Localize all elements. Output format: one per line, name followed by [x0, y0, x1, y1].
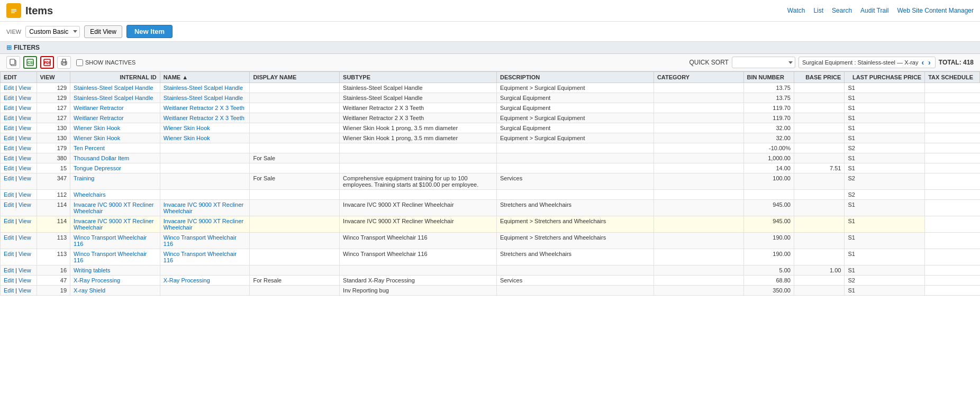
view-link[interactable]: View	[19, 105, 31, 111]
edit-link[interactable]: Edit	[4, 251, 14, 257]
view-link[interactable]: View	[19, 191, 31, 198]
name-link[interactable]: Wiener Skin Hook	[74, 125, 120, 131]
display-name-link[interactable]: Wiener Skin Hook	[164, 125, 210, 131]
pdf-icon-btn[interactable]: PDF	[40, 56, 54, 69]
cell-internal-id: 19	[37, 286, 70, 296]
print-icon-btn[interactable]	[57, 56, 71, 69]
view-link[interactable]: View	[19, 277, 31, 283]
edit-link[interactable]: Edit	[4, 175, 14, 181]
new-item-button[interactable]: New Item	[126, 25, 173, 38]
view-link[interactable]: View	[19, 234, 31, 241]
edit-link[interactable]: Edit	[4, 277, 14, 283]
cell-subtype	[250, 103, 340, 113]
display-name-link[interactable]: Winco Transport Wheelchair 116	[164, 234, 237, 247]
view-link[interactable]: View	[19, 125, 31, 131]
edit-link[interactable]: Edit	[4, 125, 14, 131]
cell-subtype	[250, 265, 340, 276]
name-link[interactable]: Stainless-Steel Scalpel Handle	[74, 95, 153, 101]
edit-link[interactable]: Edit	[4, 115, 14, 121]
edit-link[interactable]: Edit	[4, 135, 14, 141]
display-name-link[interactable]: Stainless-Steel Scalpel Handle	[164, 95, 243, 101]
breadcrumb-next-btn[interactable]: ›	[927, 58, 932, 67]
cell-base-price: 100.00	[743, 173, 794, 190]
display-name-link[interactable]: Winco Transport Wheelchair 116	[164, 251, 237, 263]
display-name-link[interactable]: Wiener Skin Hook	[164, 135, 210, 141]
csv-icon-btn[interactable]: CSV	[23, 56, 37, 69]
quick-sort-select[interactable]	[732, 57, 795, 68]
edit-link[interactable]: Edit	[4, 145, 14, 151]
cell-bin-number	[654, 276, 743, 286]
name-link[interactable]: X-Ray Processing	[74, 277, 120, 283]
cell-edit: Edit | View	[1, 143, 37, 153]
col-header-view: VIEW	[37, 72, 70, 83]
name-link[interactable]: Winco Transport Wheelchair 116	[74, 234, 147, 247]
view-label: VIEW	[6, 29, 21, 35]
edit-link[interactable]: Edit	[4, 287, 14, 294]
display-name-link[interactable]: Weitlaner Retractor 2 X 3 Teeth	[164, 115, 244, 121]
cell-name: X-ray Shield	[70, 286, 160, 296]
display-name-link[interactable]: Weitlaner Retractor 2 X 3 Teeth	[164, 105, 244, 111]
show-inactives-checkbox[interactable]	[76, 59, 83, 66]
view-link[interactable]: View	[19, 95, 31, 101]
cell-tax-schedule: S2	[845, 276, 925, 286]
view-link[interactable]: View	[19, 135, 31, 141]
name-link[interactable]: Invacare IVC 9000 XT Recliner Wheelchair	[74, 218, 153, 231]
name-link[interactable]: Thousand Dollar Item	[74, 155, 129, 161]
view-link[interactable]: View	[19, 218, 31, 224]
edit-link[interactable]: Edit	[4, 155, 14, 161]
name-link[interactable]: Wiener Skin Hook	[74, 135, 120, 141]
view-link[interactable]: View	[19, 145, 31, 151]
name-link[interactable]: Writing tablets	[74, 267, 111, 273]
name-link[interactable]: Training	[74, 175, 94, 181]
view-link[interactable]: View	[19, 115, 31, 121]
name-link[interactable]: Winco Transport Wheelchair 116	[74, 251, 147, 263]
name-link[interactable]: X-ray Shield	[74, 287, 105, 294]
edit-link[interactable]: Edit	[4, 165, 14, 171]
cell-base-price: 5.00	[743, 265, 794, 276]
cell-edit: Edit | View	[1, 249, 37, 265]
edit-link[interactable]: Edit	[4, 191, 14, 198]
view-link[interactable]: View	[19, 85, 31, 91]
cell-base-price: 32.00	[743, 133, 794, 143]
nav-search[interactable]: Search	[832, 7, 852, 14]
edit-link[interactable]: Edit	[4, 95, 14, 101]
display-name-link[interactable]: Invacare IVC 9000 XT Recliner Wheelchair	[164, 202, 243, 214]
cell-display-name: Winco Transport Wheelchair 116	[160, 233, 250, 249]
quick-sort-label: QUICK SORT	[689, 59, 728, 66]
nav-watch[interactable]: Watch	[787, 7, 805, 14]
name-link[interactable]: Tongue Depressor	[74, 165, 121, 171]
edit-link[interactable]: Edit	[4, 218, 14, 224]
display-name-link[interactable]: X-Ray Processing	[164, 277, 210, 283]
table-row: Edit | View127Weitlaner RetractorWeitlan…	[1, 103, 980, 113]
copy-icon-btn[interactable]	[6, 56, 20, 69]
nav-audit-trail[interactable]: Audit Trail	[860, 7, 888, 14]
view-link[interactable]: View	[19, 165, 31, 171]
view-select[interactable]: Custom Basic	[25, 26, 80, 38]
edit-view-button[interactable]: Edit View	[84, 25, 122, 38]
cell-last-purchase-price	[794, 143, 844, 153]
view-link[interactable]: View	[19, 202, 31, 208]
view-link[interactable]: View	[19, 155, 31, 161]
cell-display-name	[160, 163, 250, 173]
edit-link[interactable]: Edit	[4, 105, 14, 111]
view-link[interactable]: View	[19, 287, 31, 294]
edit-link[interactable]: Edit	[4, 202, 14, 208]
view-link[interactable]: View	[19, 175, 31, 181]
edit-link[interactable]: Edit	[4, 267, 14, 273]
edit-link[interactable]: Edit	[4, 234, 14, 241]
name-link[interactable]: Invacare IVC 9000 XT Recliner Wheelchair	[74, 202, 153, 214]
display-name-link[interactable]: Invacare IVC 9000 XT Recliner Wheelchair	[164, 218, 243, 231]
nav-list[interactable]: List	[813, 7, 823, 14]
name-link[interactable]: Weitlaner Retractor	[74, 115, 124, 121]
name-link[interactable]: Weitlaner Retractor	[74, 105, 124, 111]
display-name-link[interactable]: Stainless-Steel Scalpel Handle	[164, 85, 243, 91]
view-link[interactable]: View	[19, 251, 31, 257]
cell-display-name: Invacare IVC 9000 XT Recliner Wheelchair	[160, 200, 250, 216]
view-link[interactable]: View	[19, 267, 31, 273]
name-link[interactable]: Ten Percent	[74, 145, 105, 151]
breadcrumb-prev-btn[interactable]: ‹	[920, 58, 925, 67]
nav-web-site[interactable]: Web Site Content Manager	[897, 7, 974, 14]
name-link[interactable]: Stainless-Steel Scalpel Handle	[74, 85, 153, 91]
edit-link[interactable]: Edit	[4, 85, 14, 91]
name-link[interactable]: Wheelchairs	[74, 191, 106, 198]
